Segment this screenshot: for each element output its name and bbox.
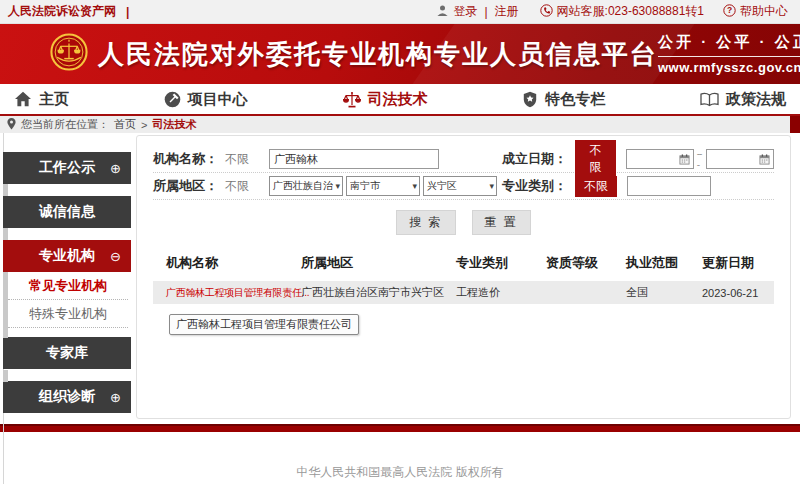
hotline-text[interactable]: 网站客服:023-63088881转1 [557,3,704,20]
province-select[interactable]: 广西壮族自治 [269,176,343,196]
col-header-grade: 资质等级 [546,254,626,272]
cell-category: 工程造价 [456,285,546,300]
scales-icon [343,91,361,108]
sidebar-item-org-diagnosis[interactable]: 组织诊断 ⊕ [3,381,131,413]
help-icon: ? [723,4,736,20]
help-link[interactable]: 帮助中心 [740,3,788,20]
login-link[interactable]: 登录 [453,3,477,20]
site-banner: 人民法院对外委托专业机构专业人员信息平台 公开 · 公平 · 公正 www.rm… [0,24,800,84]
district-select-value: 兴宁区 [427,179,457,193]
category-unlimited-button[interactable]: 不限 [575,176,617,197]
founded-to-input[interactable] [706,149,774,169]
site-link[interactable]: 人民法院诉讼资产网 [8,3,116,20]
nav-item-project-center[interactable]: 项目中心 [164,90,248,109]
nav-item-special-column[interactable]: 特色专栏 [522,90,605,109]
founded-from-input[interactable] [626,149,694,169]
copyright-text: 中华人民共和国最高人民法院 版权所有 [296,465,503,479]
filter-row-2: 所属地区： 不限 广西壮族自治 南宁市 兴宁区 专业类别： 不限 [153,173,774,200]
court-emblem-logo [50,33,88,75]
site-url: www.rmfysszc.gov.cn [658,57,800,75]
project-center-icon [164,91,181,108]
region-label: 所属地区： [153,177,225,195]
founded-unlimited-button[interactable]: 不限 [575,140,616,178]
sidebar-rail-decoration [3,272,8,329]
org-name-input[interactable] [269,149,439,169]
submenu-item-label: 特殊专业机构 [29,305,107,323]
col-header-org-name: 机构名称 [166,254,301,272]
org-name-tooltip: 广西翰林工程项目管理有限责任公司 [169,314,359,335]
col-header-scope: 执业范围 [626,254,702,272]
site-title: 人民法院对外委托专业机构专业人员信息平台 [98,37,658,72]
badge-icon [522,91,538,108]
sidebar-item-label: 专业机构 [39,247,95,265]
reset-button[interactable]: 重 置 [472,210,531,235]
actions-row: 搜 索 重 置 [153,200,774,244]
sidebar-item-integrity-info[interactable]: 诚信信息 [3,196,131,228]
org-name-unlimited-option[interactable]: 不限 [225,151,255,168]
sidebar-item-label: 工作公示 [39,159,95,177]
footer: 中华人民共和国最高人民法院 版权所有 [0,432,800,484]
col-header-category: 专业类别 [456,254,546,272]
cell-scope: 全国 [626,285,702,300]
submenu-item-special-orgs[interactable]: 特殊专业机构 [8,300,128,328]
province-select-value: 广西壮族自治 [273,179,333,193]
breadcrumb-separator: > [141,119,147,131]
sidebar-submenu: 常见专业机构 特殊专业机构 [8,272,128,328]
register-link[interactable]: 注册 [495,3,519,20]
slogan: 公开 · 公平 · 公正 [658,33,800,57]
district-select[interactable]: 兴宁区 [423,176,497,196]
search-button[interactable]: 搜 索 [396,210,455,235]
sidebar-item-label: 诚信信息 [39,203,95,221]
sidebar-rail-decoration [3,329,8,338]
nav-label: 特色专栏 [545,90,605,109]
cell-region: 广西壮族自治区南宁市兴宁区 [301,285,456,300]
divider: | [126,5,129,19]
divider: | [484,5,487,19]
breadcrumb-current[interactable]: 司法技术 [152,117,196,132]
location-pin-icon [7,118,16,132]
breadcrumb-prefix: 您当前所在位置： [21,117,109,132]
bottom-red-bar [0,424,800,432]
cell-updated: 2023-06-21 [702,287,774,299]
nav-label: 司法技术 [368,90,428,109]
collapse-minus-icon[interactable]: ⊖ [110,249,121,264]
corner-decoration [790,116,800,133]
nav-item-policy[interactable]: 政策法规 [700,90,786,109]
founded-date-label: 成立日期： [502,150,567,168]
phone-icon [540,4,553,20]
svg-text:?: ? [727,5,732,15]
main-nav: 主页 项目中心 司法技术 特色专栏 政策法规 [0,84,800,116]
table-row: 广西翰林工程项目管理有限责任... 广西壮族自治区南宁市兴宁区 工程造价 全国 … [153,281,774,304]
sidebar-item-work-publicity[interactable]: 工作公示 ⊕ [3,152,131,184]
book-icon [700,92,719,107]
user-icon [436,4,449,20]
city-select[interactable]: 南宁市 [346,176,420,196]
nav-item-home[interactable]: 主页 [14,90,69,109]
date-range-separator: --- [697,148,704,170]
org-name-link[interactable]: 广西翰林工程项目管理有限责任... [166,286,301,300]
category-label: 专业类别： [502,177,567,195]
expand-plus-icon[interactable]: ⊕ [110,390,121,405]
sidebar-item-professional-orgs[interactable]: 专业机构 ⊖ [3,240,131,272]
sidebar-rail-decoration [3,184,8,196]
city-select-value: 南宁市 [350,179,380,193]
submenu-item-label: 常见专业机构 [29,277,107,295]
filter-row-1: 机构名称： 不限 成立日期： 不限 --- [153,146,774,173]
breadcrumb-home[interactable]: 首页 [114,117,136,132]
expand-plus-icon[interactable]: ⊕ [110,161,121,176]
content-panel: 机构名称： 不限 成立日期： 不限 --- 所属地区： 不限 广西壮族自治 南宁… [136,135,791,419]
sidebar-rail-decoration [3,228,8,240]
home-icon [14,91,32,107]
nav-label: 主页 [39,90,69,109]
col-header-updated: 更新日期 [702,254,774,272]
table-header: 机构名称 所属地区 专业类别 资质等级 执业范围 更新日期 [153,244,774,281]
org-name-label: 机构名称： [153,150,225,168]
sidebar-item-expert-pool[interactable]: 专家库 [3,337,131,369]
breadcrumb: 您当前所在位置： 首页 > 司法技术 [0,116,800,133]
nav-item-judicial-tech[interactable]: 司法技术 [343,90,428,109]
sidebar: 工作公示 ⊕ 诚信信息 专业机构 ⊖ 常见专业机构 特殊专业机构 专家库 组织诊… [0,133,131,424]
region-unlimited-option[interactable]: 不限 [225,178,255,195]
nav-label: 项目中心 [188,90,248,109]
submenu-item-common-orgs[interactable]: 常见专业机构 [8,272,128,300]
category-input[interactable] [627,176,711,196]
